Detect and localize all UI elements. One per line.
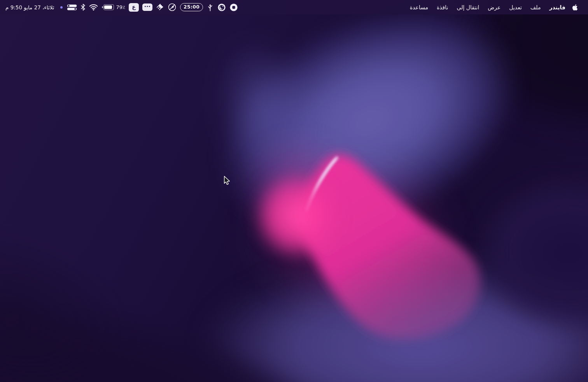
battery-percentage: 79٪ [116, 4, 126, 10]
branch-icon [206, 4, 214, 11]
menu-help[interactable]: مساعدة [406, 0, 432, 14]
wallpaper-layer-dark-sweep-2 [0, 161, 212, 382]
stop-record-icon [229, 3, 238, 12]
menu-bar: ثلاثاء، 27 مايو 9:50 م [0, 0, 588, 14]
menu-bar-status-area: ثلاثاء، 27 مايو 9:50 م [0, 0, 238, 14]
input-source-menu-extra[interactable]: ع [129, 0, 139, 14]
night-mode-menu-extra[interactable] [217, 0, 226, 14]
wallpaper-pink-wave [0, 0, 588, 382]
menu-view[interactable]: عرض [483, 0, 505, 14]
app-menu-extra-2[interactable] [168, 0, 177, 14]
menu-go[interactable]: انتقال إلى [452, 0, 483, 14]
focus-dot-icon [60, 6, 63, 9]
moon-icon [217, 3, 226, 12]
battery-fill [104, 5, 112, 9]
menu-file[interactable]: ملف [526, 0, 545, 14]
input-source-icon: ع [129, 3, 139, 12]
pomodoro-timer-menu-extra[interactable]: 25:00 [180, 0, 203, 14]
wallpaper-layer-dark-sweep [0, 205, 476, 382]
striped-diamond-icon [156, 3, 164, 11]
apple-menu[interactable] [570, 0, 583, 14]
menu-finder[interactable]: فايندر [545, 0, 570, 14]
wallpaper-layer-base [0, 0, 588, 382]
wifi-menu-extra[interactable] [89, 0, 98, 14]
desktop[interactable]: ثلاثاء، 27 مايو 9:50 م [0, 0, 588, 382]
battery-nub [102, 6, 103, 8]
battery-icon [103, 4, 114, 10]
mouse-cursor [224, 176, 231, 186]
wallpaper-layer-bottom-glow [148, 237, 588, 382]
apple-logo-icon [572, 4, 578, 11]
bluetooth-menu-extra[interactable] [80, 0, 86, 14]
screen-record-menu-extra[interactable] [229, 0, 238, 14]
wallpaper-layer-pink-bleed [218, 113, 381, 276]
menu-window[interactable]: نافذة [432, 0, 453, 14]
wallpaper-layer-purple-band [177, 0, 356, 228]
app-menu-extra-1[interactable] [156, 0, 164, 14]
wallpaper-layer-dark-bubble [436, 144, 588, 362]
clock-menu-extra[interactable]: ثلاثاء، 27 مايو 9:50 م [4, 0, 56, 14]
keyboard-menu-extra[interactable] [142, 0, 152, 14]
wallpaper-layer-purple-glow [133, 0, 588, 320]
control-center-icon [67, 4, 77, 11]
wallpaper-layer-pink-outer-glow [202, 128, 498, 338]
wallpaper-layer-dark-top-right [408, 0, 588, 163]
branch-menu-extra[interactable] [206, 0, 214, 14]
focus-indicator [60, 0, 63, 14]
timer-icon: 25:00 [180, 3, 203, 11]
keyboard-icon-dots [147, 6, 148, 7]
menu-edit[interactable]: تعديل [505, 0, 526, 14]
wallpaper-layer-pink-hotspot [233, 152, 362, 280]
rocket-slash-icon [168, 3, 177, 12]
menu-bar-menus: فايندر ملف تعديل عرض انتقال إلى نافذة مس… [406, 0, 588, 14]
keyboard-icon [142, 4, 152, 11]
control-center-menu-extra[interactable] [67, 0, 77, 14]
battery-menu-extra[interactable]: 79٪ [102, 0, 126, 14]
bluetooth-icon [80, 4, 86, 11]
wifi-icon [89, 4, 98, 11]
